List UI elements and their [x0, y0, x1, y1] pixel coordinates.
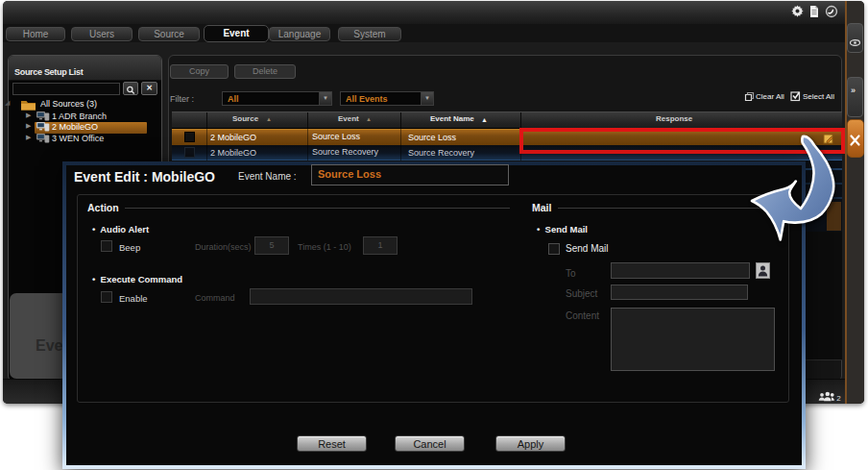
svg-text:2: 2 [836, 394, 841, 403]
